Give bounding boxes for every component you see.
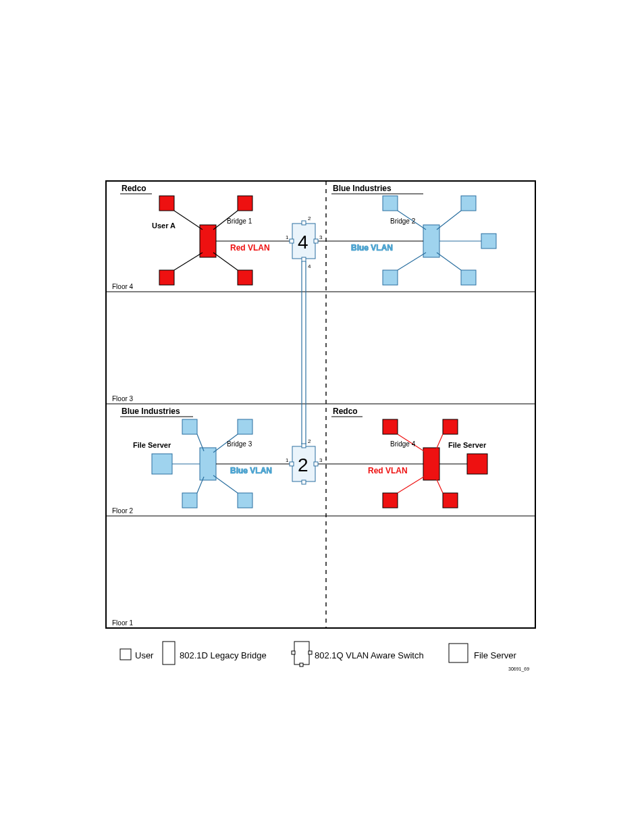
user-node bbox=[443, 493, 458, 508]
user-a-label: User A bbox=[152, 221, 176, 230]
cluster-f2-red: File Server Bridge 4 Red VLAN bbox=[315, 419, 487, 508]
user-node bbox=[159, 196, 174, 211]
legend-file-server: File Server bbox=[474, 650, 517, 660]
svg-rect-15 bbox=[302, 257, 306, 261]
user-node bbox=[383, 493, 398, 508]
legend-user-icon bbox=[120, 649, 131, 660]
user-node bbox=[461, 270, 476, 285]
legend-user: User bbox=[135, 650, 154, 660]
svg-line-8 bbox=[437, 253, 461, 270]
legend-vlan-switch: 802.1Q VLAN Aware Switch bbox=[315, 650, 424, 660]
legend: User 802.1D Legacy Bridge 802.1Q VLAN Aw… bbox=[120, 642, 529, 672]
svg-line-2 bbox=[174, 253, 203, 270]
svg-rect-14 bbox=[302, 221, 306, 225]
svg-rect-35 bbox=[294, 642, 309, 664]
cluster-f2-blue: File Server Bridge 3 Blue VLAN bbox=[133, 419, 292, 508]
user-node bbox=[159, 270, 174, 285]
user-node bbox=[238, 270, 252, 285]
sw2-port3: 3 bbox=[319, 457, 323, 463]
room-label-f4-left: Redco bbox=[122, 184, 146, 193]
sw4-port3: 3 bbox=[319, 234, 323, 240]
svg-rect-38 bbox=[300, 663, 303, 667]
red-vlan-label-f2: Red VLAN bbox=[368, 466, 408, 475]
svg-rect-34 bbox=[302, 480, 306, 484]
sw2-port1: 1 bbox=[286, 457, 289, 463]
floor-label-3: Floor 3 bbox=[112, 395, 134, 402]
svg-line-7 bbox=[398, 253, 426, 270]
svg-line-6 bbox=[437, 211, 461, 230]
user-node bbox=[383, 270, 398, 285]
floor-label-2: Floor 2 bbox=[112, 507, 134, 515]
sw4-port4: 4 bbox=[308, 263, 311, 269]
svg-rect-12 bbox=[290, 239, 294, 243]
user-node bbox=[443, 419, 458, 434]
svg-rect-37 bbox=[308, 651, 312, 654]
legend-vlan-switch-icon bbox=[292, 642, 312, 667]
bridge-1-label: Bridge 1 bbox=[227, 217, 252, 225]
room-label-f2-left: Blue Industries bbox=[122, 407, 180, 416]
user-node bbox=[182, 493, 197, 508]
svg-line-26 bbox=[398, 475, 426, 493]
red-vlan-label-f4: Red VLAN bbox=[230, 243, 270, 253]
blue-vlan-label-f4: Blue VLAN bbox=[351, 243, 393, 253]
svg-line-3 bbox=[213, 253, 238, 270]
figure-id: 30691_69 bbox=[508, 667, 529, 672]
building-frame bbox=[106, 181, 535, 628]
user-node bbox=[383, 196, 398, 211]
bridge-2-label: Bridge 2 bbox=[390, 217, 416, 225]
sw4-port1: 1 bbox=[286, 234, 289, 240]
svg-line-21 bbox=[213, 475, 238, 493]
room-label-f4-right: Blue Industries bbox=[333, 184, 392, 193]
floor-label-1: Floor 1 bbox=[112, 619, 134, 627]
trunk-4-2 bbox=[302, 261, 306, 444]
user-node bbox=[182, 419, 197, 434]
svg-rect-13 bbox=[314, 239, 318, 243]
svg-rect-33 bbox=[302, 444, 306, 448]
floor-label-4: Floor 4 bbox=[112, 283, 134, 290]
svg-rect-36 bbox=[292, 651, 295, 654]
legend-legacy: 802.1D Legacy Bridge bbox=[180, 650, 267, 660]
bridge-3-label: Bridge 3 bbox=[227, 440, 252, 448]
cluster-f4-red: User A Bridge 1 Red VLAN bbox=[152, 196, 292, 285]
cluster-f4-blue: Bridge 2 Blue VLAN bbox=[315, 196, 496, 285]
file-server-blue bbox=[152, 454, 172, 474]
vlan-diagram: Redco Blue Industries Blue Industries Re… bbox=[0, 0, 644, 834]
user-node bbox=[238, 419, 252, 434]
svg-rect-31 bbox=[290, 462, 294, 466]
switch-4-num: 4 bbox=[298, 232, 308, 253]
legend-file-server-icon bbox=[449, 644, 468, 662]
user-node bbox=[461, 196, 476, 211]
room-label-f2-right: Redco bbox=[333, 407, 358, 416]
switch-2: 2 1 2 3 bbox=[286, 438, 323, 484]
switch-2-num: 2 bbox=[298, 454, 308, 475]
file-server-red bbox=[467, 454, 487, 474]
svg-rect-32 bbox=[314, 462, 318, 466]
bridge-4-label: Bridge 4 bbox=[390, 440, 416, 448]
user-node bbox=[238, 196, 252, 211]
blue-vlan-label-f2: Blue VLAN bbox=[230, 466, 272, 475]
switch-4: 4 1 2 3 4 bbox=[286, 215, 323, 269]
user-node bbox=[238, 493, 252, 508]
svg-line-0 bbox=[174, 211, 203, 230]
user-node bbox=[481, 234, 496, 249]
legend-legacy-icon bbox=[163, 642, 175, 664]
sw4-port2: 2 bbox=[308, 215, 311, 221]
file-server-left-label: File Server bbox=[133, 441, 171, 449]
file-server-right-label: File Server bbox=[448, 441, 487, 449]
sw2-port2: 2 bbox=[308, 438, 311, 444]
user-node bbox=[383, 419, 398, 434]
